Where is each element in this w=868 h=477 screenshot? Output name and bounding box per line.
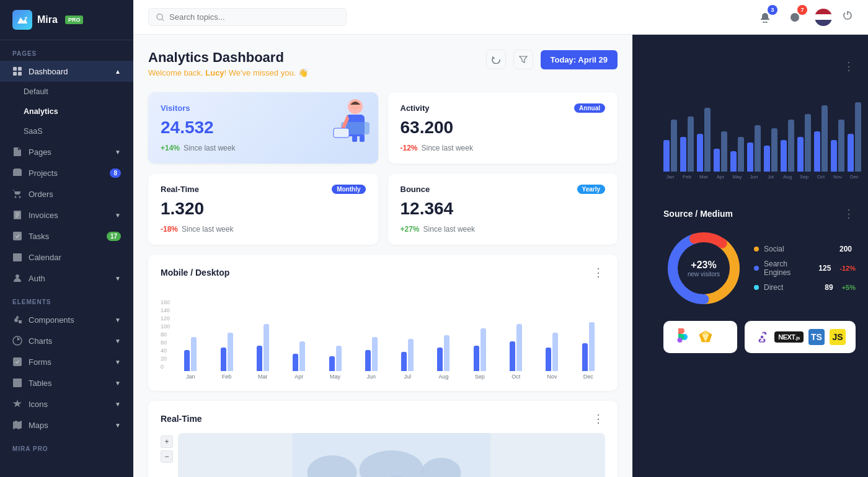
power-button[interactable]: [842, 10, 853, 24]
bar-pair-Dec: [582, 322, 595, 371]
direct-value: 89: [825, 283, 833, 292]
svg-point-21: [157, 14, 162, 19]
source-medium-menu[interactable]: ⋮: [843, 207, 856, 221]
dark-bar-group-Mar: Mar: [697, 108, 711, 180]
sidebar-item-tables[interactable]: Tables ▼: [0, 372, 133, 393]
search-input[interactable]: [169, 12, 339, 22]
dark-b2-Jul: [771, 128, 777, 172]
mobile-desktop-header: Mobile / Desktop ⋮: [161, 266, 605, 279]
tables-label: Tables: [29, 379, 52, 388]
search-name: Search Engines: [764, 260, 813, 277]
activity-change: -12%: [401, 144, 418, 152]
zoom-in-button[interactable]: +: [161, 435, 173, 448]
pro-badge: PRO: [65, 15, 84, 24]
page-header: Analytics Dashboard Welcome back, Lucy! …: [148, 50, 618, 77]
alerts-button[interactable]: 7: [785, 7, 805, 27]
dark-b1-May: [730, 151, 737, 172]
sidebar-item-saas[interactable]: SaaS: [0, 121, 133, 141]
bar-pair-Apr: [293, 341, 305, 371]
bar-label-Sep: Sep: [475, 374, 485, 380]
sidebar-item-orders[interactable]: Orders: [0, 183, 133, 204]
sidebar-item-charts[interactable]: Charts ▼: [0, 330, 133, 351]
sidebar-item-analytics[interactable]: Analytics: [0, 102, 133, 121]
map-controls: + −: [161, 435, 173, 463]
bar-group-Jan: Jan: [174, 337, 207, 380]
bar-dark-Aug: [437, 348, 443, 371]
refresh-button[interactable]: [486, 50, 506, 69]
sidebar-item-invoices[interactable]: Invoices ▼: [0, 204, 133, 225]
typescript-icon: TS: [808, 329, 825, 345]
dark-pair-Jun: [747, 125, 761, 172]
sidebar-item-pages[interactable]: Pages ▼: [0, 141, 133, 162]
bar-pair-Feb: [221, 333, 233, 371]
dark-bar-menu[interactable]: ⋮: [843, 59, 856, 73]
bar-group-Aug: Aug: [427, 335, 460, 380]
dark-pair-Oct: [814, 105, 828, 172]
bar-group-Jul: Jul: [391, 339, 424, 380]
bar-light-Sep: [480, 328, 486, 371]
dark-pair-Nov: [831, 120, 844, 172]
dark-bar-label-Mar: Mar: [699, 174, 708, 180]
realtime-header: Real-Time Monthly: [161, 185, 366, 194]
language-flag[interactable]: [815, 9, 832, 26]
bar-chart-bars: JanFebMarAprMayJunJulAugSepOctNovDec: [174, 299, 605, 380]
today-button[interactable]: Today: April 29: [541, 50, 618, 69]
bar-label-Feb: Feb: [222, 374, 232, 380]
dark-pair-May: [730, 137, 744, 172]
svg-rect-12: [13, 253, 22, 261]
dark-bar-group-Feb: Feb: [680, 116, 694, 180]
y-160: 160: [161, 299, 170, 305]
sidebar-item-projects[interactable]: Projects 8: [0, 162, 133, 183]
orders-label: Orders: [29, 190, 53, 199]
search-wrapper[interactable]: [148, 8, 347, 26]
mobile-desktop-menu[interactable]: ⋮: [593, 266, 605, 279]
realtime-value: 1.320: [161, 199, 366, 219]
projects-badge: 8: [110, 168, 121, 178]
bar-dark-Feb: [221, 348, 226, 371]
sidebar-item-components[interactable]: Components ▼: [0, 309, 133, 330]
bounce-change: +27%: [401, 225, 420, 234]
sidebar-item-icons[interactable]: Icons ▼: [0, 393, 133, 414]
realtime-map-card: Real-Time ⋮ + −: [148, 401, 618, 477]
visitors-card: Visitors 24.532 +14% Since last week: [148, 92, 378, 164]
invoices-chevron: ▼: [115, 212, 121, 219]
bar-group-Dec: Dec: [572, 322, 605, 380]
auth-label: Auth: [29, 274, 45, 283]
filter-button[interactable]: [513, 50, 533, 69]
sidebar-item-forms[interactable]: Forms ▼: [0, 351, 133, 372]
dashboard-label: Dashboard: [29, 67, 68, 76]
realtime-map-menu[interactable]: ⋮: [593, 412, 605, 426]
bar-pair-Mar: [257, 324, 269, 371]
sidebar-item-dashboard[interactable]: Dashboard ▲: [0, 61, 133, 82]
dark-bar-label-Dec: Dec: [850, 174, 859, 180]
visitors-since: Since last week: [184, 144, 235, 152]
activity-value: 63.200: [401, 118, 606, 138]
notifications-button[interactable]: 3: [755, 7, 775, 27]
activity-badge: Annual: [574, 103, 605, 113]
design-tools-card: [663, 321, 737, 353]
zoom-out-button[interactable]: −: [161, 450, 173, 463]
tech-stack-area: NEXT.js TS JS: [663, 321, 856, 353]
direct-dot: [754, 285, 759, 290]
sidebar-item-calendar[interactable]: Calendar: [0, 247, 133, 268]
realtime-badge: Monthly: [332, 185, 365, 194]
map-area: + −: [161, 433, 605, 477]
dark-pair-Jul: [764, 128, 777, 172]
sidebar-item-tasks[interactable]: Tasks 17: [0, 225, 133, 247]
tables-chevron: ▼: [115, 380, 121, 387]
sidebar-item-default[interactable]: Default: [0, 82, 133, 102]
dark-bar-label-Sep: Sep: [800, 174, 808, 180]
realtime-change: -18%: [161, 225, 178, 234]
sidebar-item-maps[interactable]: Maps ▼: [0, 414, 133, 435]
dark-b2-Jan: [671, 120, 677, 172]
bar-group-Feb: Feb: [210, 333, 243, 380]
dark-pair-Feb: [680, 116, 694, 172]
bar-dark-Mar: [257, 346, 262, 371]
dark-bar-label-Jul: Jul: [768, 174, 774, 180]
sidebar-item-auth[interactable]: Auth ▼: [0, 268, 133, 289]
bounce-footer: +27% Since last week: [401, 225, 606, 234]
dark-b1-Sep: [797, 137, 804, 172]
source-medium-header: Source / Medium ⋮: [663, 195, 856, 221]
projects-label: Projects: [29, 168, 58, 178]
dark-bar-group-Jul: Jul: [764, 128, 777, 180]
